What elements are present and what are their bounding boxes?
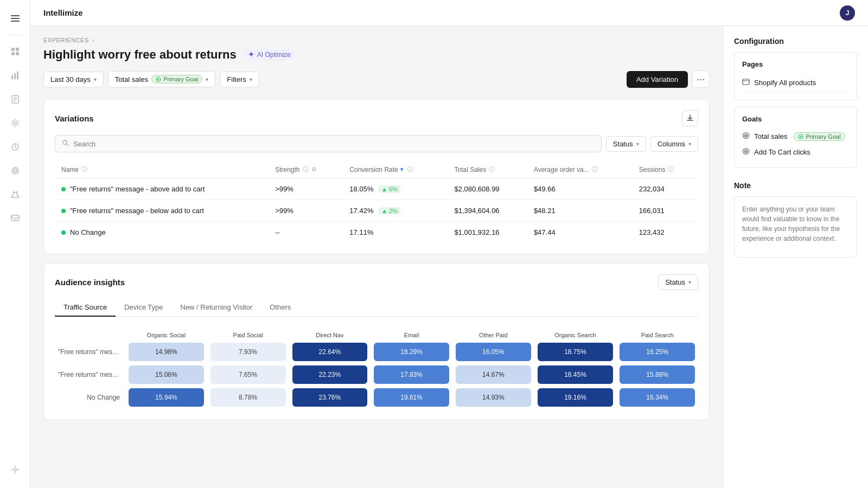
heatmap-column-header: Paid Search — [616, 330, 698, 341]
main-panel: EXPERIENCES › Highlight worry free about… — [30, 26, 723, 488]
date-range-dropdown[interactable]: Last 30 days ▾ — [43, 72, 104, 87]
breadcrumb-parent[interactable]: EXPERIENCES — [43, 37, 89, 43]
name-info-icon[interactable]: ⓘ — [81, 165, 87, 174]
row-total-sales: $1,394,604.06 — [448, 200, 527, 222]
svg-rect-1 — [11, 18, 20, 19]
pages-item-label: Shopify All products — [754, 79, 816, 87]
user-avatar[interactable]: J — [840, 5, 855, 21]
table-row[interactable]: No Change -- 17.11% $1,001,932.16 $47.44… — [55, 222, 698, 243]
row-avg-order: $47.44 — [527, 222, 633, 243]
status-dropdown[interactable]: Status ▾ — [606, 136, 646, 152]
row-name: No Change — [55, 222, 269, 243]
variations-table: Nameⓘ Strengthⓘ⚙ Conversion Rate▼ⓘ Total… — [55, 161, 698, 243]
goals-item: Total sales Primary Goal — [742, 129, 849, 144]
sidebar-reports-icon[interactable] — [5, 89, 25, 109]
svg-point-30 — [745, 135, 746, 136]
download-button[interactable] — [682, 110, 698, 126]
svg-point-14 — [14, 122, 16, 125]
svg-point-18 — [15, 170, 16, 171]
page-title: Highlight worry free about returns — [43, 48, 237, 62]
sidebar-messages-icon[interactable] — [5, 209, 25, 228]
svg-point-23 — [158, 79, 159, 80]
heatmap-cell: 23.76% — [289, 386, 371, 409]
svg-point-32 — [800, 136, 802, 137]
table-row[interactable]: "Free returns" message - above add to ca… — [55, 178, 698, 200]
heatmap-row-label: "Free returns" mess... — [55, 341, 125, 363]
audience-title: Audience insights — [55, 278, 125, 287]
sidebar-settings-icon[interactable] — [5, 113, 25, 133]
tab-device-type[interactable]: Device Type — [116, 299, 171, 317]
columns-dropdown[interactable]: Columns ▾ — [650, 136, 698, 152]
tab-new---returning-visitor[interactable]: New / Returning Visitor — [172, 299, 261, 317]
heatmap-column-header: Email — [371, 330, 452, 341]
more-options-button[interactable]: ··· — [692, 70, 710, 88]
svg-rect-26 — [743, 79, 749, 85]
heatmap-column-header: Paid Social — [207, 330, 289, 341]
sidebar-dashboard-icon[interactable] — [5, 42, 25, 61]
pages-shopify-icon — [742, 78, 750, 87]
heatmap-cell: 16.34% — [616, 386, 698, 409]
sidebar-experiments-icon[interactable] — [5, 185, 25, 204]
row-total-sales: $1,001,932.16 — [448, 222, 527, 243]
goal-label: Total sales — [115, 75, 148, 84]
sidebar-gear-icon[interactable] — [5, 460, 25, 479]
heatmap-column-header: Organic Social — [125, 330, 207, 341]
table-row[interactable]: "Free returns" message - below add to ca… — [55, 200, 698, 222]
strength-info-icon[interactable]: ⓘ — [303, 165, 309, 174]
note-box — [734, 196, 857, 258]
sidebar-goals-icon[interactable] — [5, 161, 25, 181]
uplift-badge: ▲ 6% — [379, 185, 400, 193]
search-input-wrapper — [55, 135, 602, 152]
heatmap-cell: 7.93% — [207, 341, 289, 363]
variations-title: Variations — [55, 114, 94, 123]
date-range-label: Last 30 days — [50, 75, 91, 84]
main-area: Intellimize J EXPERIENCES › Highlight wo… — [30, 0, 868, 488]
sidebar-analytics-icon[interactable] — [5, 66, 25, 85]
heatmap-table: Organic SocialPaid SocialDirect NavEmail… — [55, 330, 698, 409]
heatmap-row: "Free returns" mess...15.06%7.65%22.23%1… — [55, 363, 698, 386]
svg-rect-3 — [11, 48, 15, 51]
filters-dropdown[interactable]: Filters ▾ — [220, 72, 259, 87]
toolbar: Last 30 days ▾ Total sales Primary Goal … — [43, 70, 710, 88]
tab-others[interactable]: Others — [261, 299, 299, 317]
heatmap-cell: 18.45% — [534, 363, 616, 386]
sidebar-menu-icon[interactable] — [5, 9, 25, 28]
svg-rect-20 — [11, 215, 19, 221]
svg-rect-9 — [17, 72, 18, 79]
goals-title: Goals — [742, 115, 849, 123]
note-textarea[interactable] — [742, 204, 849, 248]
sort-icon[interactable]: ▼ — [399, 166, 405, 172]
pages-item: Shopify All products — [742, 74, 849, 92]
goals-icon — [742, 147, 750, 157]
breadcrumb-arrow: › — [92, 37, 94, 43]
add-variation-button[interactable]: Add Variation — [627, 71, 688, 88]
variations-card: Variations Status ▾ — [43, 99, 710, 254]
goals-label: Add To Cart clicks — [754, 148, 810, 156]
svg-rect-8 — [14, 73, 16, 79]
sidebar-history-icon[interactable] — [5, 137, 25, 157]
heatmap-cell: 15.94% — [125, 386, 207, 409]
row-conversion-rate: 17.11% — [343, 222, 448, 243]
row-sessions: 166,031 — [633, 200, 698, 222]
audience-status-dropdown[interactable]: Status ▾ — [658, 274, 698, 290]
row-avg-order: $48.21 — [527, 200, 633, 222]
goal-dropdown[interactable]: Total sales Primary Goal ▾ — [108, 71, 216, 87]
row-conversion-rate: 18.05% ▲ 6% — [343, 178, 448, 200]
heatmap-cell: 19.16% — [534, 386, 616, 409]
goals-primary-badge: Primary Goal — [794, 132, 845, 141]
search-input[interactable] — [73, 140, 595, 148]
audience-card: Audience insights Status ▾ Traffic Sourc… — [43, 263, 710, 420]
heatmap-cell: 16.25% — [616, 341, 698, 363]
row-sessions: 232,034 — [633, 178, 698, 200]
uplift-badge: ▲ 2% — [379, 207, 400, 215]
heatmap-row: No Change15.94%8.78%23.76%19.61%14.93%19… — [55, 386, 698, 409]
status-dot — [61, 230, 66, 235]
heatmap-cell: 18.75% — [534, 341, 616, 363]
heatmap-cell: 17.83% — [371, 363, 452, 386]
sidebar — [0, 0, 30, 488]
ai-badge-label: AI Optimize — [257, 51, 291, 59]
row-conversion-rate: 17.42% ▲ 2% — [343, 200, 448, 222]
heatmap-cell: 18.29% — [371, 341, 452, 363]
tab-traffic-source[interactable]: Traffic Source — [55, 299, 116, 317]
pages-title: Pages — [742, 60, 849, 68]
